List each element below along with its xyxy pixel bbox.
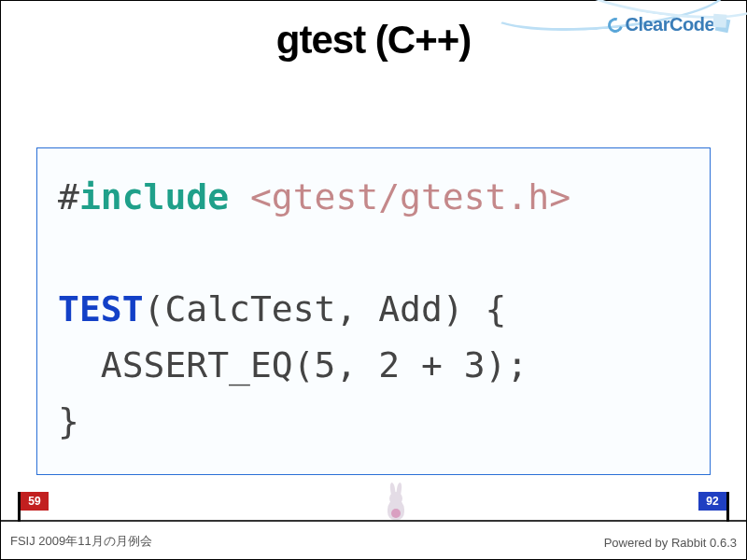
current-slide-number: 59 <box>21 492 49 511</box>
code-test-macro: TEST <box>58 288 144 329</box>
rabbit-icon <box>382 484 410 520</box>
code-close-brace: } <box>58 400 79 441</box>
progress-flag-total: 92 <box>696 492 729 520</box>
progress-track <box>1 520 746 522</box>
code-block: #include <gtest/gtest.h> TEST(CalcTest, … <box>36 147 711 475</box>
footer-event: FSIJ 2009年11月の月例会 <box>10 533 152 550</box>
slide: ClearCode gtest (C++) #include <gtest/gt… <box>0 0 747 560</box>
code-space <box>229 176 250 217</box>
code-test-args: (CalcTest, Add) { <box>144 288 507 329</box>
code-include-keyword: include <box>79 176 229 217</box>
code-header-path: <gtest/gtest.h> <box>250 176 571 217</box>
flag-pole-icon <box>726 492 729 522</box>
code-assert-line: ASSERT_EQ(5, 2 + 3); <box>58 344 528 385</box>
progress-flag-current: 59 <box>18 492 51 520</box>
total-slide-number: 92 <box>698 492 726 511</box>
rabbit-belly-icon <box>391 509 401 518</box>
slide-title: gtest (C++) <box>1 18 746 63</box>
code-hash: # <box>58 176 79 217</box>
footer-credit: Powered by Rabbit 0.6.3 <box>604 536 737 550</box>
